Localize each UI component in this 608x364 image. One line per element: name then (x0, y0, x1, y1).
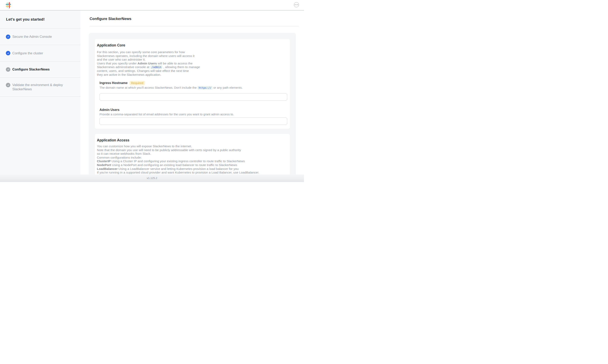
field-label: Ingress Hostname (99, 81, 128, 85)
check-circle-icon (6, 51, 10, 55)
version-label: v1.125.2 (147, 177, 157, 180)
ingress-hostname-field-group: Ingress Hostname Required The domain nam… (99, 81, 287, 101)
field-help-text: The domain name at which you'll access S… (99, 86, 287, 90)
field-help-text: Provide a comma-separated list of email … (99, 112, 287, 116)
step-label: Secure the Admin Console (12, 35, 52, 39)
ingress-hostname-input[interactable] (99, 93, 287, 101)
slackernews-logo-icon (6, 2, 11, 8)
sidebar-step-configure-slackernews[interactable]: Configure SlackerNews (0, 61, 80, 78)
sidebar-heading: Let's get you started! (0, 11, 80, 28)
application-access-card: Application Access You can customize how… (95, 134, 290, 175)
sidebar-step-validate-deploy[interactable]: Validate the environment & deploy Slacke… (0, 78, 80, 97)
admin-users-field-group: Admin Users Provide a comma-separated li… (99, 108, 287, 125)
setup-wizard-page: Let's get you started! Secure the Admin … (0, 0, 304, 182)
ellipsis-dot (295, 4, 295, 5)
check-circle-icon (6, 83, 10, 87)
admin-users-input[interactable] (99, 117, 287, 125)
step-label: Validate the environment & deploy Slacke… (12, 83, 67, 91)
required-badge: Required (129, 81, 145, 85)
ellipsis-dot (296, 4, 297, 5)
page-title: Configure SlackerNews (90, 17, 304, 21)
sidebar-step-configure-cluster[interactable]: Configure the cluster (0, 45, 80, 61)
setup-steps-sidebar: Let's get you started! Secure the Admin … (0, 11, 80, 175)
field-label: Admin Users (99, 108, 120, 112)
check-circle-icon (6, 67, 10, 72)
main-content: Configure SlackerNews Application Core F… (80, 11, 304, 175)
section-description: For this section, you can specify some c… (97, 50, 288, 77)
check-circle-icon (6, 35, 10, 39)
step-label: Configure the cluster (12, 51, 43, 55)
config-scroll-area: Application Core For this section, you c… (89, 33, 296, 175)
top-header-bar (0, 0, 304, 11)
title-divider (90, 26, 299, 26)
ellipsis-menu-button[interactable] (294, 2, 299, 7)
section-heading: Application Access (97, 138, 290, 143)
section-heading: Application Core (97, 43, 290, 48)
section-description: You can customize how you will expose Sl… (97, 144, 288, 175)
ellipsis-dot (297, 4, 298, 5)
step-label: Configure SlackerNews (12, 67, 50, 72)
sidebar-step-secure-admin-console[interactable]: Secure the Admin Console (0, 28, 80, 45)
application-core-card: Application Core For this section, you c… (95, 39, 290, 129)
footer-bar: v1.125.2 (0, 175, 304, 182)
